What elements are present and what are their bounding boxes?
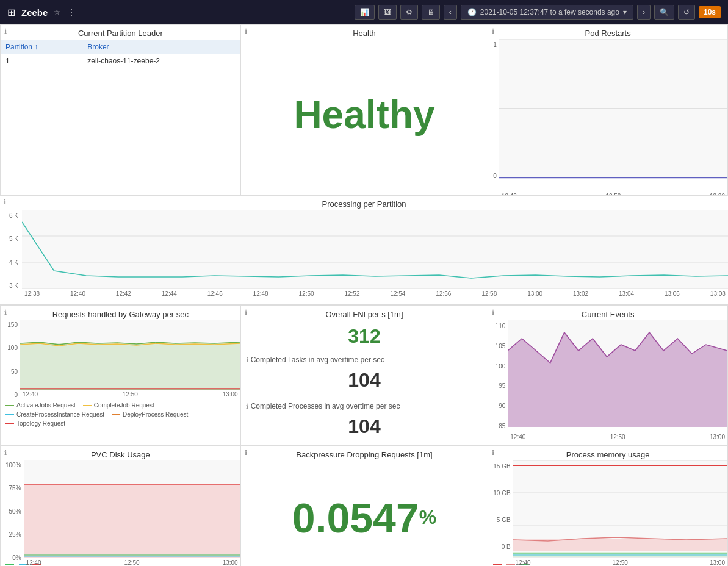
pvc-chart [24, 460, 240, 558]
panel-process-memory: ℹ Process memory usage 15 GB 10 GB 5 GB … [488, 446, 728, 566]
tasks-value: 104 [246, 364, 483, 396]
deploy-process-dot [112, 414, 120, 415]
panel-overall-fni: ℹ Overall FNI per s [1m] 312 [241, 306, 488, 353]
time-range[interactable]: 🕐 2021-10-05 12:37:47 to a few seconds a… [461, 5, 633, 20]
panel-pod-restarts: ℹ Pod Restarts 1 0 [488, 24, 728, 195]
legend-deploy-process: DeployProcess Request [112, 411, 188, 418]
proc-x-16: 13:08 [710, 290, 726, 297]
mem-info-icon: ℹ [492, 449, 494, 457]
image-button[interactable]: 🖼 [378, 5, 397, 20]
bar-chart-button[interactable]: 📊 [355, 5, 375, 20]
panel-backpressure: ℹ Backpressure Dropping Requests [1m] 0.… [240, 446, 488, 566]
gateway-chart [20, 320, 240, 390]
tasks-info-icon: ℹ [246, 356, 248, 364]
legend-activate-jobs: ActivateJobs Request [5, 402, 76, 409]
mem-legend-1 [493, 564, 502, 565]
svg-marker-10 [20, 343, 240, 390]
proc-x-9: 12:54 [390, 290, 405, 297]
pvc-title: PVC Disk Usage [91, 450, 150, 459]
gw-y-1: 150 [5, 321, 18, 328]
monitor-button[interactable]: 🖥 [422, 5, 440, 20]
star-icon[interactable]: ☆ [54, 8, 60, 16]
complete-job-dot [83, 405, 92, 406]
partition-value: 1 [1, 54, 82, 68]
health-value: Healthy [241, 39, 488, 190]
interval-badge[interactable]: 10s [699, 6, 721, 18]
gateway-info-icon: ℹ [4, 309, 7, 317]
legend-create-process: CreateProcessInstance Request [5, 411, 104, 418]
mem-title: Process memory usage [566, 450, 650, 459]
proc-x-3: 12:42 [116, 290, 131, 297]
mem-x-3: 13:00 [710, 559, 725, 566]
pvc-y-2: 75% [5, 485, 21, 492]
gear-button[interactable]: ⚙ [400, 5, 418, 20]
pod-restarts-title: Pod Restarts [585, 29, 631, 38]
proc-x-6: 12:48 [253, 290, 268, 297]
nav-next-button[interactable]: › [637, 5, 651, 20]
bp-title: Backpressure Dropping Requests [1m] [296, 450, 432, 459]
gateway-legend: ActivateJobs Request CompleteJob Request… [1, 399, 240, 429]
create-process-dot [5, 414, 14, 415]
gw-y-2: 100 [5, 345, 18, 351]
proc-x-1: 12:38 [24, 290, 40, 297]
pvc-x-2: 12:50 [124, 559, 140, 566]
table-row: 1 zell-chaos-11-zeebe-2 [1, 54, 240, 68]
panel-requests-gateway: ℹ Requests handled by Gateway per sec 15… [0, 306, 240, 445]
gw-y-4: 0 [5, 392, 18, 398]
topbar-left: ⊞ Zeebe ☆ ⋮ [7, 7, 76, 18]
broker-value: zell-chaos-11-zeebe-2 [82, 54, 240, 68]
fni-info-icon: ℹ [245, 309, 247, 317]
pvc-x-3: 13:00 [223, 559, 238, 566]
panel-completed-processes: ℹ Completed Processes in avg overtime pe… [241, 399, 488, 445]
ev-y-6: 85 [493, 423, 505, 429]
gw-x-2: 12:50 [123, 391, 138, 398]
events-info-icon: ℹ [492, 309, 494, 317]
zoom-out-button[interactable]: 🔍 [654, 5, 674, 20]
events-title: Current Events [582, 310, 635, 319]
panel-mid-col: ℹ Overall FNI per s [1m] 312 ℹ Completed… [240, 306, 488, 445]
events-chart [508, 320, 727, 427]
mem-y-4: 0 B [493, 543, 510, 550]
proc-x-4: 12:44 [162, 290, 177, 297]
gw-x-1: 12:40 [23, 391, 38, 398]
panel-processing-partition: ℹ Processing per Partition 6 K 5 K 4 K 3… [0, 195, 728, 305]
topology-dot [5, 423, 14, 424]
broker-col-header: Broker [82, 40, 240, 54]
topology-label: Topology Request [16, 420, 65, 427]
partition-table: Partition ↑ Broker 1 zell-chaos-11-zeebe… [1, 40, 240, 68]
bp-suffix: % [419, 506, 436, 529]
time-range-text: 2021-10-05 12:37:47 to a few seconds ago [480, 8, 619, 16]
panel-health: ℹ Health Healthy [240, 24, 488, 195]
proc-y-4: 3 K [5, 282, 18, 289]
legend-complete-job: CompleteJob Request [83, 402, 154, 409]
ev-y-1: 110 [493, 323, 505, 329]
health-info-icon: ℹ [245, 27, 247, 35]
proc-x-2: 12:40 [70, 290, 85, 297]
ev-y-3: 100 [493, 363, 505, 370]
processing-info-icon: ℹ [4, 198, 6, 206]
proc-y-2: 5 K [5, 235, 18, 242]
ev-x-2: 12:50 [610, 434, 625, 440]
gateway-title: Requests handled by Gateway per sec [52, 310, 189, 319]
nav-prev-button[interactable]: ‹ [444, 5, 457, 20]
refresh-button[interactable]: ↺ [678, 5, 695, 20]
pod-restarts-chart [499, 39, 727, 192]
svg-marker-20 [513, 539, 727, 551]
gw-x-3: 13:00 [223, 391, 238, 398]
panel-current-events: ℹ Current Events 110 105 100 95 90 85 [488, 306, 728, 445]
fni-title: Overall FNI per s [1m] [325, 310, 403, 319]
processes-info-icon: ℹ [246, 403, 248, 410]
pvc-y-3: 50% [5, 508, 21, 515]
proc-x-5: 12:46 [207, 290, 223, 297]
proc-x-7: 12:50 [299, 290, 314, 297]
brand-name: Zeebe [21, 7, 48, 18]
activate-jobs-dot [5, 405, 14, 406]
pvc-dot-1 [5, 564, 14, 565]
pvc-x-1: 12:40 [26, 559, 41, 566]
processing-chart [22, 210, 728, 289]
share-icon[interactable]: ⋮ [67, 7, 76, 18]
proc-x-13: 13:02 [573, 290, 588, 297]
dashboard: ℹ Current Partition Leader Partition ↑ B… [0, 24, 728, 566]
proc-x-14: 13:04 [619, 290, 634, 297]
mem-x-2: 12:50 [613, 559, 628, 566]
